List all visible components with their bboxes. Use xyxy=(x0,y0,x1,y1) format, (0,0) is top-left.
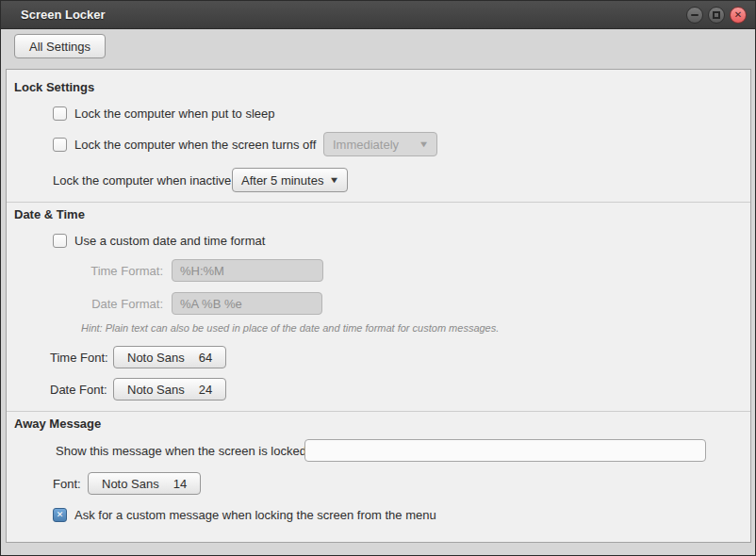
minimize-button[interactable] xyxy=(686,7,703,24)
away-message-input[interactable] xyxy=(304,439,706,462)
screen-locker-window: Screen Locker ✕ All Settings Lock Settin… xyxy=(0,0,756,556)
away-message-label: Show this message when the screen is loc… xyxy=(56,444,310,458)
away-font-size: 14 xyxy=(173,477,187,491)
lock-on-sleep-checkbox[interactable] xyxy=(53,106,67,121)
chevron-down-icon: ▼ xyxy=(329,175,340,185)
maximize-icon xyxy=(713,11,720,19)
time-font-size: 64 xyxy=(199,351,212,365)
toolbar: All Settings xyxy=(2,30,756,68)
maximize-button[interactable] xyxy=(708,7,725,24)
check-icon: ✕ xyxy=(57,511,64,519)
window-controls: ✕ xyxy=(686,7,747,24)
time-format-label: Time Format: xyxy=(25,264,163,278)
section-title-lock-settings: Lock Settings xyxy=(14,80,94,94)
time-font-label: Time Font: xyxy=(50,351,108,365)
minimize-icon xyxy=(691,14,698,16)
time-font-name: Noto Sans xyxy=(127,351,185,365)
close-button[interactable]: ✕ xyxy=(730,7,747,24)
inactive-delay-dropdown[interactable]: After 5 minutes ▼ xyxy=(232,168,348,192)
ask-custom-message-label: Ask for a custom message when locking th… xyxy=(74,508,436,522)
format-hint-text: Hint: Plain text can also be used in pla… xyxy=(81,322,499,334)
section-title-date-time: Date & Time xyxy=(14,207,85,221)
lock-on-screen-off-checkbox[interactable] xyxy=(53,138,67,152)
custom-format-label: Use a custom date and time format xyxy=(74,234,265,248)
section-divider xyxy=(7,411,750,412)
all-settings-button[interactable]: All Settings xyxy=(14,34,106,58)
date-font-button[interactable]: Noto Sans 24 xyxy=(113,378,226,401)
screen-off-delay-value: Immediately xyxy=(333,138,399,152)
section-title-away-message: Away Message xyxy=(14,417,101,431)
time-font-button[interactable]: Noto Sans 64 xyxy=(113,346,226,368)
close-icon: ✕ xyxy=(734,10,742,20)
screen-off-delay-dropdown: Immediately ▼ xyxy=(323,132,437,156)
chevron-down-icon: ▼ xyxy=(419,139,430,149)
lock-when-inactive-label: Lock the computer when inactive xyxy=(53,173,231,188)
away-font-button[interactable]: Noto Sans 14 xyxy=(88,472,201,495)
date-font-name: Noto Sans xyxy=(127,383,185,397)
inactive-delay-value: After 5 minutes xyxy=(241,173,323,188)
away-font-name: Noto Sans xyxy=(102,477,159,491)
away-font-label: Font: xyxy=(53,477,81,491)
settings-panel: Lock Settings Lock the computer when put… xyxy=(6,69,751,543)
window-title: Screen Locker xyxy=(21,8,106,22)
date-format-label: Date Format: xyxy=(25,297,163,311)
lock-on-sleep-label: Lock the computer when put to sleep xyxy=(74,106,274,121)
custom-format-checkbox[interactable] xyxy=(53,234,67,248)
section-divider xyxy=(7,202,750,203)
date-font-label: Date Font: xyxy=(50,383,107,397)
date-font-size: 24 xyxy=(199,383,212,397)
time-format-input xyxy=(172,259,323,282)
ask-custom-message-checkbox[interactable]: ✕ xyxy=(53,508,67,522)
date-format-input xyxy=(172,292,322,315)
titlebar[interactable]: Screen Locker ✕ xyxy=(1,1,755,29)
lock-on-screen-off-label: Lock the computer when the screen turns … xyxy=(74,138,316,152)
